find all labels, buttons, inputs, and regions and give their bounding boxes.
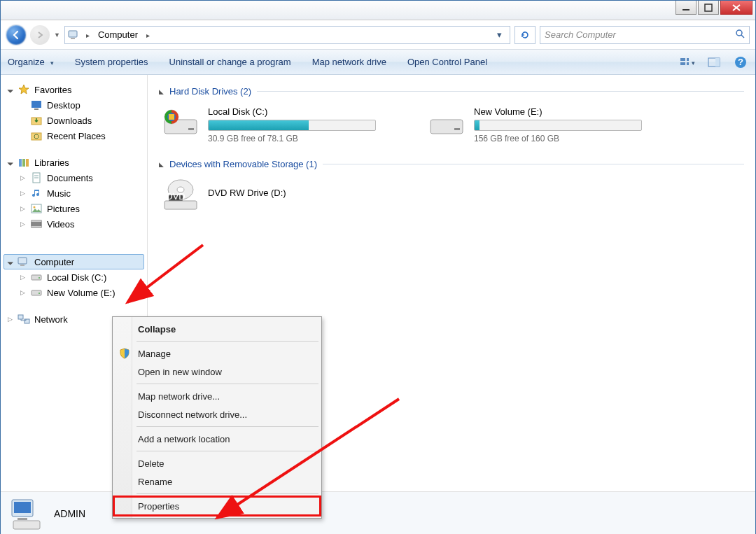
sidebar-computer[interactable]: Computer: [4, 254, 144, 269]
system-properties-button[interactable]: System properties: [75, 57, 148, 67]
svg-rect-11: [715, 58, 720, 66]
svg-rect-45: [454, 128, 460, 130]
sidebar-item-documents[interactable]: Documents: [16, 170, 144, 185]
sidebar-item-pictures[interactable]: Pictures: [16, 201, 144, 216]
computer-icon: [18, 256, 30, 267]
search-placeholder: Search Computer: [545, 29, 616, 40]
ctx-rename[interactable]: Rename: [114, 472, 320, 491]
sidebar-item-videos[interactable]: Videos: [16, 216, 144, 232]
sidebar-item-desktop[interactable]: Desktop: [16, 97, 144, 113]
ctx-delete[interactable]: Delete: [114, 454, 320, 472]
svg-rect-2: [69, 31, 77, 37]
svg-point-27: [34, 206, 36, 209]
svg-rect-52: [14, 502, 31, 513]
titlebar: [1, 1, 755, 20]
address-bar[interactable]: Computer ▾: [64, 26, 510, 44]
maximize-button[interactable]: [698, 1, 719, 15]
star-icon: [18, 84, 30, 95]
help-button[interactable]: ?: [733, 55, 748, 70]
svg-rect-6: [680, 58, 685, 61]
svg-rect-38: [24, 319, 29, 323]
ctx-map-network-drive[interactable]: Map network drive...: [114, 387, 320, 405]
ctx-manage[interactable]: Manage: [114, 344, 320, 363]
svg-rect-21: [22, 159, 25, 167]
svg-rect-37: [18, 315, 23, 319]
svg-line-5: [741, 35, 744, 38]
ctx-separator: [136, 451, 318, 451]
group-removable-storage[interactable]: ◣ Devices with Removable Storage (1): [159, 159, 744, 169]
command-bar: Organize System properties Uninstall or …: [1, 50, 755, 75]
breadcrumb-computer[interactable]: Computer: [95, 29, 141, 40]
music-icon: [30, 188, 43, 199]
organize-menu[interactable]: Organize: [8, 57, 54, 67]
ctx-separator: [136, 426, 318, 427]
svg-rect-0: [682, 9, 690, 10]
open-control-panel-button[interactable]: Open Control Panel: [407, 57, 487, 67]
ctx-collapse[interactable]: Collapse: [114, 320, 320, 338]
ctx-open-new-window[interactable]: Open in new window: [114, 363, 320, 381]
address-dropdown[interactable]: ▾: [491, 27, 507, 43]
history-dropdown[interactable]: ▼: [54, 31, 60, 38]
svg-rect-16: [34, 108, 38, 110]
documents-icon: [30, 172, 43, 183]
computer-icon: [68, 29, 80, 41]
shield-icon: [118, 347, 131, 360]
view-options-button[interactable]: [680, 55, 695, 70]
svg-rect-29: [31, 220, 41, 222]
close-button[interactable]: [720, 1, 752, 15]
sidebar-item-local-disk-c[interactable]: Local Disk (C:): [16, 269, 144, 285]
svg-rect-1: [705, 4, 712, 11]
sidebar-item-music[interactable]: Music: [16, 185, 144, 201]
drive-free-text: 30.9 GB free of 78.1 GB: [208, 134, 408, 143]
svg-rect-22: [26, 159, 29, 167]
sidebar-libraries[interactable]: Libraries: [4, 155, 144, 170]
network-icon: [18, 314, 30, 325]
back-button[interactable]: [6, 25, 26, 45]
uninstall-program-button[interactable]: Uninstall or change a program: [169, 57, 291, 67]
preview-pane-button[interactable]: [706, 55, 722, 70]
svg-rect-44: [430, 120, 463, 134]
svg-point-34: [38, 277, 40, 279]
svg-rect-54: [13, 521, 40, 529]
context-menu: Collapse Manage Open in new window Map n…: [112, 316, 322, 519]
ctx-add-network-location[interactable]: Add a network location: [114, 430, 320, 448]
svg-text:?: ?: [738, 57, 743, 67]
svg-rect-35: [31, 290, 41, 295]
svg-rect-31: [18, 258, 27, 264]
search-input[interactable]: Search Computer: [540, 26, 750, 44]
svg-rect-33: [31, 275, 41, 280]
capacity-bar: [208, 120, 376, 131]
ctx-separator: [136, 341, 318, 342]
sidebar-item-downloads[interactable]: Downloads: [16, 113, 144, 128]
svg-rect-53: [18, 518, 27, 520]
drive-icon: [428, 106, 465, 139]
svg-point-4: [736, 30, 742, 36]
drive-dvd-rw[interactable]: DVD DVD RW Drive (D:): [159, 176, 411, 214]
svg-marker-14: [19, 85, 29, 94]
svg-text:DVD: DVD: [166, 191, 185, 202]
videos-icon: [30, 218, 43, 230]
refresh-button[interactable]: [514, 26, 536, 44]
drive-label: New Volume (E:): [474, 106, 674, 117]
svg-rect-30: [31, 226, 41, 227]
breadcrumb-sep: [145, 29, 151, 40]
svg-rect-15: [31, 101, 41, 108]
search-icon: [735, 29, 745, 41]
ctx-disconnect-network-drive[interactable]: Disconnect network drive...: [114, 405, 320, 423]
drive-label: Local Disk (C:): [208, 106, 408, 117]
svg-rect-20: [19, 159, 22, 167]
forward-button[interactable]: [30, 25, 50, 45]
group-hard-disk-drives[interactable]: ◣ Hard Disk Drives (2): [159, 86, 744, 97]
minimize-button[interactable]: [676, 1, 696, 15]
sidebar-item-new-volume-e[interactable]: New Volume (E:): [16, 285, 144, 300]
map-network-drive-button[interactable]: Map network drive: [312, 57, 386, 67]
drive-new-volume-e[interactable]: New Volume (E:) 156 GB free of 160 GB: [425, 104, 677, 146]
ctx-properties[interactable]: Properties: [114, 497, 320, 515]
breadcrumb-sep: [85, 29, 91, 40]
sidebar-favorites[interactable]: Favorites: [4, 82, 144, 97]
drive-icon: [30, 287, 43, 298]
drive-local-disk-c[interactable]: Local Disk (C:) 30.9 GB free of 78.1 GB: [159, 104, 411, 146]
details-computer-name: ADMIN: [54, 508, 85, 519]
desktop-icon: [30, 99, 43, 111]
sidebar-item-recent[interactable]: Recent Places: [16, 128, 144, 143]
